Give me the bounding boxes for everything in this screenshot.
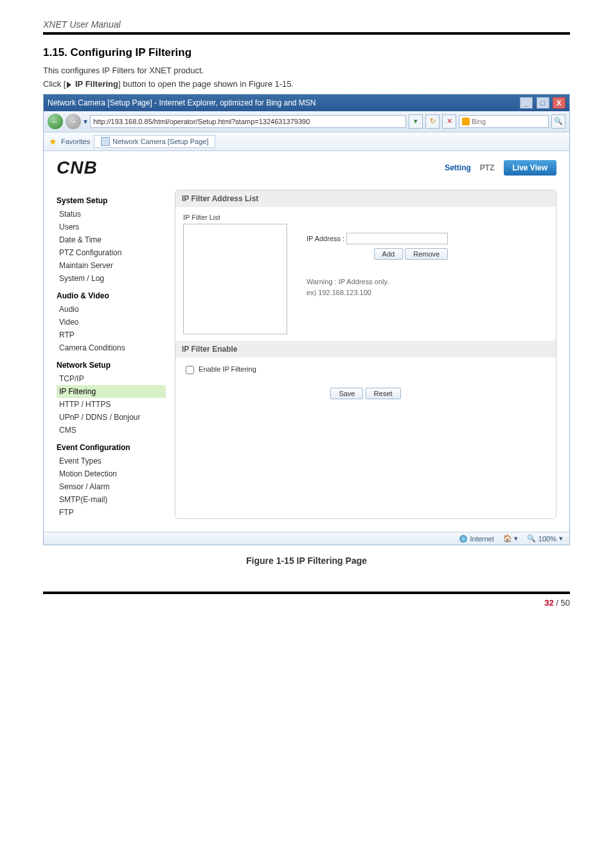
search-placeholder: Bing <box>472 118 486 125</box>
minimize-button[interactable]: _ <box>520 97 533 109</box>
sidebar-item-sensor[interactable]: Sensor / Alarm <box>57 480 166 493</box>
add-button[interactable]: Add <box>374 248 404 260</box>
close-button[interactable]: X <box>553 97 565 109</box>
sidebar-item-systemlog[interactable]: System / Log <box>57 272 166 285</box>
refresh-button[interactable]: ↻ <box>425 114 440 129</box>
status-zone-label: Internet <box>470 535 493 543</box>
nav-links: Setting PTZ Live View <box>445 160 556 176</box>
favorites-bar: ★ Favorites Network Camera [Setup Page] <box>44 132 569 151</box>
panel-sec2-body: Enable IP Filtering <box>175 357 556 383</box>
sidebar-item-audio[interactable]: Audio <box>57 303 166 316</box>
page-content: CNB Setting PTZ Live View System Setup S… <box>44 151 569 532</box>
running-header: XNET User Manual <box>43 19 570 30</box>
click-suffix: ] button to open the page shown in Figur… <box>118 79 294 89</box>
sidebar: System Setup Status Users Date & Time PT… <box>57 190 166 519</box>
sidebar-item-motion[interactable]: Motion Detection <box>57 467 166 480</box>
sidebar-item-video[interactable]: Video <box>57 316 166 329</box>
sidebar-item-ipfiltering[interactable]: IP Filtering <box>57 385 166 398</box>
page-footer: 32 / 50 <box>43 598 570 627</box>
back-button[interactable]: ← <box>48 114 63 129</box>
sidebar-item-http[interactable]: HTTP / HTTPS <box>57 398 166 411</box>
triangle-icon <box>67 82 71 88</box>
figure-caption: Figure 1-15 IP Filtering Page <box>43 556 570 566</box>
intro-text: This configures IP Filters for XNET prod… <box>43 66 570 75</box>
sidebar-item-ptzconfig[interactable]: PTZ Configuration <box>57 246 166 259</box>
page-total: 50 <box>561 598 570 608</box>
search-box[interactable]: Bing <box>459 115 549 128</box>
nav-ptz[interactable]: PTZ <box>480 163 495 172</box>
top-nav: CNB Setting PTZ Live View <box>57 158 556 178</box>
sidebar-item-ftp[interactable]: FTP <box>57 506 166 519</box>
sidebar-item-rtp[interactable]: RTP <box>57 329 166 341</box>
enable-ip-filtering-row[interactable]: Enable IP Filtering <box>183 365 256 373</box>
browser-window: Network Camera [Setup Page] - Internet E… <box>43 94 570 545</box>
ip-address-input[interactable] <box>346 233 448 244</box>
stop-button[interactable]: ✕ <box>442 114 456 129</box>
filter-right: IP Address : Add Remove Warning : IP Add… <box>306 213 448 334</box>
warning-text: Warning : IP Address only. ex) 192.168.1… <box>306 276 448 298</box>
window-title: Network Camera [Setup Page] - Internet E… <box>48 98 316 107</box>
favorites-star-icon[interactable]: ★ <box>49 136 57 147</box>
nav-live-view[interactable]: Live View <box>504 160 556 176</box>
nav-setting[interactable]: Setting <box>445 163 471 172</box>
sidebar-item-datetime[interactable]: Date & Time <box>57 233 166 246</box>
panel-sec1-title: IP Filter Address List <box>175 190 556 207</box>
address-input[interactable]: http://193.168.0.85/html/operator/Setup.… <box>90 115 406 128</box>
sidebar-group-av: Audio & Video <box>57 291 166 300</box>
save-button[interactable]: Save <box>330 388 363 399</box>
page-current: 32 <box>544 598 553 608</box>
click-bold: IP Filtering <box>73 79 118 89</box>
window-titlebar: Network Camera [Setup Page] - Internet E… <box>44 95 569 111</box>
sidebar-group-event: Event Configuration <box>57 443 166 452</box>
remove-button[interactable]: Remove <box>405 248 448 260</box>
ip-filter-listbox[interactable] <box>183 224 287 334</box>
main-columns: System Setup Status Users Date & Time PT… <box>57 190 556 519</box>
ip-filter-list-label: IP Filter List <box>183 213 287 221</box>
logo: CNB <box>57 158 98 178</box>
sidebar-item-smtp[interactable]: SMTP(E-mail) <box>57 493 166 506</box>
warn-line1: Warning : IP Address only. <box>306 278 389 285</box>
sidebar-item-maintain[interactable]: Maintain Server <box>57 259 166 272</box>
sidebar-item-eventtypes[interactable]: Event Types <box>57 455 166 467</box>
section-heading: 1.15. Configuring IP Filtering <box>43 46 570 59</box>
go-button[interactable]: ▾ <box>409 114 423 129</box>
settings-panel: IP Filter Address List IP Filter List IP… <box>175 190 556 519</box>
panel-sec2-title: IP Filter Enable <box>175 341 556 357</box>
status-protected-mode[interactable]: 🏠 ▾ <box>503 534 518 543</box>
ip-address-label: IP Address : <box>306 235 344 242</box>
filter-left: IP Filter List <box>183 213 287 334</box>
window-controls: _ □ X <box>519 97 565 109</box>
status-bar: Internet 🏠 ▾ 🔍 100% ▾ <box>44 532 569 545</box>
section-title: Configuring IP Filtering <box>71 46 192 59</box>
page-sep: / <box>554 598 561 608</box>
status-zoom-label: 100% <box>538 535 556 543</box>
panel-sec1-body: IP Filter List IP Address : Add <box>175 207 556 341</box>
footer-rule <box>43 592 570 594</box>
sidebar-group-network: Network Setup <box>57 361 166 370</box>
section-number: 1.15. <box>43 46 67 59</box>
search-button[interactable]: 🔍 <box>551 114 565 129</box>
status-zoom[interactable]: 🔍 100% ▾ <box>527 534 563 543</box>
dropdown-icon[interactable]: ▾ <box>84 117 87 126</box>
click-instruction: Click [ IP Filtering] button to open the… <box>43 79 570 89</box>
bing-icon <box>462 118 470 125</box>
action-row: Save Reset <box>175 383 556 408</box>
sidebar-item-cms[interactable]: CMS <box>57 424 166 437</box>
sidebar-item-upnp[interactable]: UPnP / DDNS / Bonjour <box>57 411 166 424</box>
tab-label: Network Camera [Setup Page] <box>112 138 208 145</box>
globe-icon <box>459 535 467 543</box>
address-bar-row: ← → ▾ http://193.168.0.85/html/operator/… <box>44 111 569 132</box>
sidebar-item-users[interactable]: Users <box>57 221 166 233</box>
sidebar-item-camera[interactable]: Camera Conditions <box>57 341 166 354</box>
enable-ip-filtering-checkbox[interactable] <box>186 366 194 374</box>
enable-ip-filtering-label: Enable IP Filtering <box>199 365 256 373</box>
reset-button[interactable]: Reset <box>366 388 401 399</box>
browser-tab[interactable]: Network Camera [Setup Page] <box>94 135 215 148</box>
maximize-button[interactable]: □ <box>537 97 549 109</box>
warn-line2: ex) 192.168.123.100 <box>306 289 371 296</box>
forward-button[interactable]: → <box>66 114 81 129</box>
sidebar-item-tcpip[interactable]: TCP/IP <box>57 372 166 385</box>
click-prefix: Click [ <box>43 79 66 89</box>
status-zone: Internet <box>459 535 493 543</box>
sidebar-item-status[interactable]: Status <box>57 208 166 221</box>
